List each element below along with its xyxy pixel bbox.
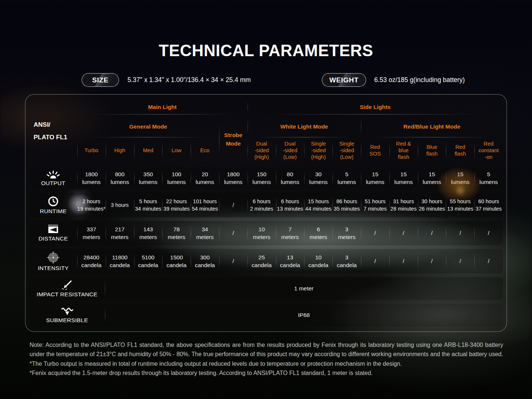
sunburst-icon <box>47 170 60 179</box>
table-cell: / <box>219 221 248 245</box>
table-cell: / <box>418 249 446 273</box>
table-cell: 78 meters <box>162 221 191 245</box>
standard-label: ANSI/ PLATO FL1 <box>29 99 77 163</box>
table-cell: 86 hours 35 minutes <box>332 193 361 217</box>
table-cell: / <box>361 249 389 273</box>
table-cell: 15 lumens <box>446 167 474 189</box>
table-cell: 15 lumens <box>389 167 418 189</box>
mode-red-blue-light: Red/Blue Light Mode <box>361 115 503 138</box>
table-cell: 22 hours 39 minutes <box>162 193 191 217</box>
table-cell: 1800 lumens <box>77 167 106 189</box>
mode-general: General Mode <box>77 115 219 138</box>
row-label-submersible: SUBMERSIBLE <box>29 304 105 327</box>
water-splash-icon <box>61 307 74 316</box>
table-cell: 1500 candela <box>162 249 191 273</box>
table-cell: 5 lumens <box>474 167 503 189</box>
table-row-impact-resistance: IMPACT RESISTANCE 1 meter <box>29 277 503 300</box>
column-red-flash: Red flash <box>446 138 474 163</box>
table-cell: 143 meters <box>134 221 163 245</box>
group-main-light: Main Light <box>77 99 248 115</box>
table-cell: 5 lumens <box>332 167 361 189</box>
note-drop: *Fenix acquired the 1.5-meter drop resul… <box>30 368 503 378</box>
table-cell: 100 lumens <box>162 167 191 189</box>
table-cell: / <box>219 249 248 273</box>
column-blue-flash: Blue flash <box>418 138 446 163</box>
table-cell: 60 hours 37 minutes <box>474 193 503 217</box>
column-red-blue-flash: Red & blue flash <box>389 138 418 163</box>
table-cell: / <box>474 249 503 273</box>
table-header: ANSI/ PLATO FL1 Main Light Side Lights G… <box>29 99 503 163</box>
table-cell: / <box>446 249 474 273</box>
table-row-runtime: RUNTIME 2 hours 19 minutes* 3 hours 5 ho… <box>29 193 503 217</box>
table-cell: 337 meters <box>77 221 106 245</box>
table-cell: 5 hours 34 minutes <box>134 193 163 217</box>
column-low: Low <box>162 138 191 163</box>
table-cell: 34 meters <box>191 221 219 245</box>
table-row-submersible: SUBMERSIBLE IP68 <box>29 304 503 327</box>
table-cell: 3 meters <box>332 221 361 245</box>
column-red-constant-on: Red constant -on <box>474 138 503 163</box>
weight-pill: WEIGHT <box>322 73 366 87</box>
table-row-distance: DISTANCE 337 meters 217 meters 143 meter… <box>29 221 503 245</box>
column-dual-sided-high: Dual -sided (High) <box>248 138 276 163</box>
table-cell: 3 hours <box>106 193 134 217</box>
table-row-intensity: INTENSITY 28400 candela 11800 candela 51… <box>29 249 503 273</box>
table-cell: 7 meters <box>276 221 304 245</box>
table-cell: / <box>361 221 389 245</box>
mode-white-light: White Light Mode <box>248 115 361 138</box>
table-cell: 15 lumens <box>361 167 389 189</box>
clock-icon <box>48 196 59 207</box>
table-cell: 5100 candela <box>134 249 163 273</box>
table-row-output: OUTPUT 1800 lumens 800 lumens 350 lumens… <box>29 167 503 189</box>
table-cell: / <box>418 221 446 245</box>
table-cell: 30 hours 26 minutes <box>418 193 446 217</box>
impact-arrow-icon <box>61 280 74 290</box>
table-cell: / <box>389 221 418 245</box>
weight-pill-label: WEIGHT <box>330 76 359 84</box>
table-cell: 10 candela <box>304 249 332 273</box>
weight-value: 6.53 oz/185 g(including battery) <box>374 73 465 87</box>
column-dual-sided-low: Dual -sided (Low) <box>276 138 304 163</box>
column-single-sided-low: Single -sided (Low) <box>332 138 361 163</box>
column-turbo: Turbo <box>77 138 106 163</box>
target-icon <box>47 251 59 264</box>
table-cell: 13 candela <box>276 249 304 273</box>
group-side-lights: Side Lights <box>248 99 503 115</box>
standard-line1: ANSI/ <box>34 121 77 129</box>
table-cell: 31 hours 28 minutes <box>389 193 418 217</box>
note-turbo: *The Turbo output is measured in total o… <box>30 359 503 368</box>
impact-resistance-value: 1 meter <box>105 277 503 300</box>
mode-strobe: Strobe Mode <box>219 115 248 163</box>
table-cell: / <box>219 193 248 217</box>
table-cell: 800 lumens <box>106 167 134 189</box>
table-cell: 15 hours 44 minutes <box>304 193 332 217</box>
table-cell: 101 hours 54 minutes <box>191 193 219 217</box>
submersible-value: IP68 <box>105 304 503 327</box>
table-cell: 80 lumens <box>276 167 304 189</box>
table-cell: 300 candela <box>191 249 219 273</box>
table-cell: 6 hours 2 minutes <box>248 193 276 217</box>
table-cell: 6 hours 13 minutes <box>276 193 304 217</box>
table-cell: 217 meters <box>106 221 134 245</box>
table-cell: 150 lumens <box>248 167 276 189</box>
row-label-intensity: INTENSITY <box>29 249 77 273</box>
table-cell: 20 lumens <box>191 167 219 189</box>
table-cell: / <box>474 221 503 245</box>
row-label-output: OUTPUT <box>29 167 77 189</box>
table-cell: 10 meters <box>248 221 276 245</box>
row-label-distance: DISTANCE <box>29 221 77 245</box>
standard-line2: PLATO FL1 <box>34 134 77 141</box>
table-cell: 6 meters <box>304 221 332 245</box>
row-label-runtime: RUNTIME <box>29 193 77 217</box>
size-pill: SIZE <box>82 73 119 87</box>
page-title: TECHNICAL PARAMETERS <box>0 41 532 60</box>
table-cell: / <box>446 221 474 245</box>
size-value: 5.37" x 1.34" x 1.00"/136.4 × 34 × 25.4 … <box>127 73 251 87</box>
footnotes: Note: According to the ANSI/PLATO FL1 st… <box>30 340 503 378</box>
size-pill-label: SIZE <box>92 76 108 84</box>
table-cell: 2 hours 19 minutes* <box>77 193 106 217</box>
note-standard: Note: According to the ANSI/PLATO FL1 st… <box>30 340 503 359</box>
row-label-impact-resistance: IMPACT RESISTANCE <box>29 277 105 300</box>
column-high: High <box>106 138 134 163</box>
table-cell: / <box>389 249 418 273</box>
